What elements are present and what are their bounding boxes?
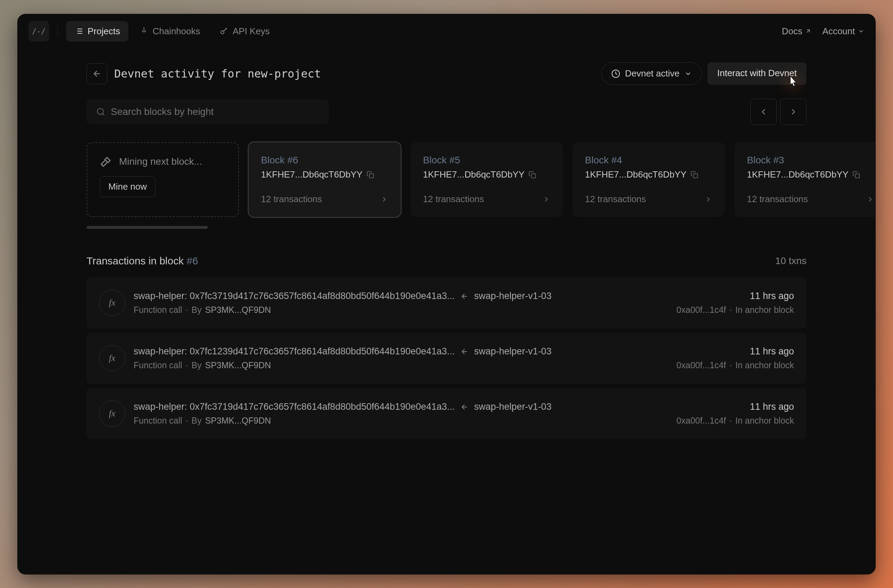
- docs-link[interactable]: Docs: [782, 26, 811, 37]
- transaction-by-label: By: [191, 416, 201, 426]
- chevron-right-icon: [542, 195, 550, 203]
- transaction-main: swap-helper: 0x7fc3719d417c76c3657fc8614…: [134, 291, 455, 301]
- external-link-icon: [805, 28, 811, 34]
- mining-label: Mining next block...: [119, 156, 202, 167]
- block-txns: 12 transactions: [585, 194, 712, 205]
- block-title: Block #4: [585, 155, 712, 166]
- svg-point-11: [97, 108, 103, 114]
- devnet-status-label: Devnet active: [625, 68, 680, 79]
- transaction-by-label: By: [191, 305, 201, 315]
- block-hash: 1KFHE7...Db6qcT6DbYY: [261, 169, 388, 180]
- copy-icon[interactable]: [529, 171, 536, 179]
- transaction-right: 11 hrs ago 0xa00f...1c4f · In anchor blo…: [677, 346, 794, 370]
- interact-with-devnet-button[interactable]: Interact with Devnet: [708, 62, 806, 85]
- arrow-left-icon: [460, 347, 469, 356]
- cursor-pointer-icon: [787, 75, 798, 91]
- block-txns: 12 transactions: [747, 194, 874, 205]
- block-hash: 1KFHE7...Db6qcT6DbYY: [423, 169, 550, 180]
- blocks-row[interactable]: Mining next block... Mine now Block #6 1…: [17, 132, 876, 221]
- transaction-target: swap-helper-v1-03: [474, 291, 552, 301]
- transaction-main: swap-helper: 0x7fc1239d417c76c3657fc8614…: [134, 346, 455, 357]
- chevron-left-icon: [759, 107, 768, 117]
- block-card[interactable]: Block #6 1KFHE7...Db6qcT6DbYY 12 transac…: [248, 142, 401, 217]
- transaction-meta: 0xa00f...1c4f · In anchor block: [677, 360, 794, 370]
- block-nav-arrows: [750, 99, 806, 125]
- chevron-right-icon: [866, 195, 874, 203]
- transactions-section: Transactions in block #6 10 txns fx swap…: [17, 234, 876, 443]
- transaction-row[interactable]: fx swap-helper: 0x7fc1239d417c76c3657fc8…: [87, 332, 806, 384]
- block-card[interactable]: Block #5 1KFHE7...Db6qcT6DbYY 12 transac…: [410, 142, 563, 217]
- block-txns: 12 transactions: [261, 194, 388, 205]
- back-button[interactable]: [87, 63, 107, 84]
- search-box[interactable]: [87, 99, 329, 124]
- chevron-right-icon: [380, 195, 388, 203]
- copy-icon[interactable]: [852, 171, 860, 179]
- block-card[interactable]: Block #3 1KFHE7...Db6qcT6DbYY 12 transac…: [735, 142, 876, 217]
- transaction-type: Function call: [134, 416, 182, 426]
- transaction-hash: 0xa00f...1c4f: [677, 305, 726, 315]
- transaction-line2: Function call · By SP3MK...QF9DN: [134, 305, 668, 315]
- copy-icon[interactable]: [367, 171, 374, 179]
- nav-items: Projects Chainhooks API Keys: [66, 21, 278, 42]
- block-card[interactable]: Block #4 1KFHE7...Db6qcT6DbYY 12 transac…: [573, 142, 725, 217]
- svg-line-12: [102, 114, 104, 115]
- transactions-count: 10 txns: [775, 256, 806, 266]
- account-label: Account: [822, 26, 855, 37]
- svg-rect-13: [370, 174, 374, 178]
- svg-rect-14: [532, 174, 536, 178]
- transaction-row[interactable]: fx swap-helper: 0x7fc3719d417c76c3657fc8…: [87, 277, 806, 328]
- logo[interactable]: /-/: [29, 21, 49, 42]
- transaction-line1: swap-helper: 0x7fc3719d417c76c3657fc8614…: [134, 291, 668, 301]
- mine-now-button[interactable]: Mine now: [100, 176, 155, 197]
- function-call-icon: fx: [99, 400, 125, 427]
- transactions-header: Transactions in block #6 10 txns: [87, 255, 806, 267]
- hook-icon: [140, 27, 149, 36]
- transaction-by-label: By: [191, 360, 201, 370]
- transaction-row[interactable]: fx swap-helper: 0x7fc3719d417c76c3657fc8…: [87, 388, 806, 439]
- transaction-time: 11 hrs ago: [750, 402, 794, 412]
- page-header: Devnet activity for new-project Devnet a…: [17, 48, 876, 92]
- transaction-body: swap-helper: 0x7fc3719d417c76c3657fc8614…: [134, 402, 668, 426]
- nav-projects[interactable]: Projects: [66, 21, 128, 42]
- chevron-right-icon: [788, 107, 798, 117]
- search-row: [17, 92, 876, 132]
- transaction-meta: 0xa00f...1c4f · In anchor block: [677, 416, 794, 426]
- app-window: /-/ Projects Chainhooks API Keys Docs Ac…: [17, 14, 876, 574]
- txn-title-prefix: Transactions in block: [87, 255, 186, 266]
- key-icon: [219, 27, 229, 36]
- nav-chainhooks[interactable]: Chainhooks: [131, 21, 208, 42]
- copy-icon[interactable]: [690, 171, 698, 179]
- transaction-hash: 0xa00f...1c4f: [677, 360, 726, 370]
- nav-right: Docs Account: [782, 26, 864, 37]
- transaction-target: swap-helper-v1-03: [474, 402, 552, 412]
- nav-api-keys[interactable]: API Keys: [211, 21, 278, 42]
- mining-header: Mining next block...: [100, 155, 226, 168]
- clock-icon: [611, 69, 620, 78]
- block-title: Block #5: [423, 155, 550, 166]
- search-input[interactable]: [111, 106, 319, 117]
- transaction-body: swap-helper: 0x7fc3719d417c76c3657fc8614…: [134, 291, 668, 315]
- header-actions: Devnet active Interact with Devnet: [601, 62, 806, 85]
- mining-card: Mining next block... Mine now: [87, 142, 239, 217]
- chevron-right-icon: [704, 195, 712, 203]
- account-dropdown[interactable]: Account: [822, 26, 864, 37]
- transaction-line2: Function call · By SP3MK...QF9DN: [134, 416, 668, 426]
- transaction-by: SP3MK...QF9DN: [205, 305, 271, 315]
- transaction-type: Function call: [134, 360, 182, 370]
- next-block-button[interactable]: [780, 99, 806, 125]
- transaction-line1: swap-helper: 0x7fc3719d417c76c3657fc8614…: [134, 402, 668, 412]
- transaction-line2: Function call · By SP3MK...QF9DN: [134, 360, 668, 370]
- transaction-location: In anchor block: [735, 305, 794, 315]
- svg-rect-16: [855, 174, 860, 178]
- txn-title-blocknum: #6: [186, 255, 198, 266]
- block-txns: 12 transactions: [423, 194, 550, 205]
- devnet-status-dropdown[interactable]: Devnet active: [601, 62, 702, 85]
- horizontal-scrollbar[interactable]: [87, 226, 207, 229]
- transaction-type: Function call: [134, 305, 182, 315]
- arrow-left-icon: [92, 69, 102, 78]
- transaction-location: In anchor block: [735, 416, 794, 426]
- transaction-location: In anchor block: [735, 360, 794, 370]
- chevron-down-icon: [858, 28, 864, 35]
- prev-block-button[interactable]: [750, 99, 777, 125]
- svg-rect-15: [694, 174, 698, 178]
